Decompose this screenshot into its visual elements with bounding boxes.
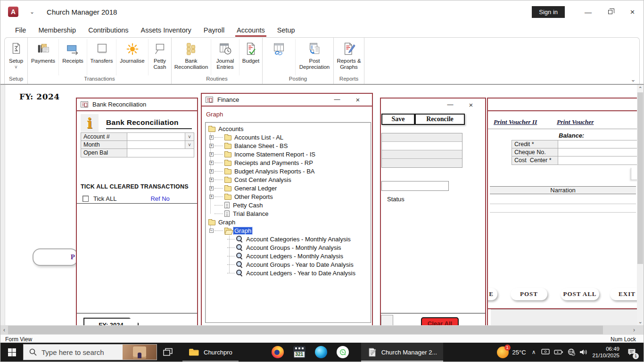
vertical-scrollbar[interactable]: ⌃ ⌄ [637,85,644,325]
sign-in-button[interactable]: Sign in [532,6,565,18]
media-player-taskbar-button[interactable]: 321 [289,343,310,362]
minimize-button[interactable]: — [577,0,599,23]
churchpro-taskbar-button[interactable]: Churchpro [182,343,239,362]
tree-item-trial-balance[interactable]: Trial Balance [207,209,371,218]
tree-item-graph-selected[interactable]: −Graph [207,226,371,235]
detail-row[interactable] [382,133,462,142]
search-box[interactable]: Type here to search [23,344,157,360]
vertical-scroll-thumb[interactable] [637,92,643,264]
tree-item-account-ledgers-monthly[interactable]: Account Ledgers - Monthly Analysis [207,252,371,260]
month-field[interactable]: ˅ [127,141,194,148]
post-all-button[interactable]: POST ALL [561,288,599,300]
partial-p-button[interactable]: P [33,248,78,266]
network-globe-icon[interactable] [568,348,575,356]
ribbon-setup-button[interactable]: Setup ˅ [5,39,27,75]
tab-contributions[interactable]: Contributions [82,23,134,37]
ribbon-post-depreciation-button[interactable]: Post Depreciation [296,39,333,75]
account-number-field[interactable]: ˅ [127,133,194,140]
tray-expand-chevron-icon[interactable]: ∧ [530,349,537,355]
horizontal-scrollbar[interactable]: ‹ › [0,325,638,335]
tab-file[interactable]: File [9,23,32,37]
scroll-left-button[interactable]: ‹ [0,325,8,335]
quick-access-chevron-icon[interactable]: ⌄ [30,8,34,15]
tree-item-account-categories-monthly[interactable]: Account Categories - Monthly Analysis [207,235,371,243]
scroll-down-button[interactable]: ⌄ [637,318,644,325]
combo-arrow-icon[interactable]: ˅ [185,141,194,148]
save-button[interactable]: Save [381,114,415,125]
ref-no-link[interactable]: Ref No [150,195,169,202]
notification-center-button[interactable]: 1 [624,343,640,362]
tree-item-accounts-list[interactable]: +Accounts List - AL [207,133,371,141]
close-button[interactable]: × [347,96,368,104]
reconcile-button[interactable]: Reconcile [415,114,465,125]
tree-item-other-reports[interactable]: +Other Reports [207,192,371,201]
whatsapp-taskbar-button[interactable] [332,343,354,362]
close-button[interactable]: × [621,0,644,23]
finance-titlebar[interactable]: Finance — × [202,94,372,107]
tree-item-receipts-payments[interactable]: +Reciepts and Payments - RP [207,158,371,167]
volume-icon[interactable] [579,349,588,355]
task-view-button[interactable] [157,343,179,362]
tree-item-general-ledger[interactable]: +General Ledger [207,184,371,192]
start-button[interactable] [0,343,23,362]
tree-item-petty-cash[interactable]: Petty Cash [207,201,371,209]
meet-now-icon[interactable] [541,349,550,355]
ribbon-bank-reconciliation-button[interactable]: Bank Reconciliation [172,39,211,75]
detail-row[interactable] [382,159,462,167]
ribbon-budget-button[interactable]: Budget [239,39,262,75]
close-button[interactable]: × [461,101,481,109]
tab-setup[interactable]: Setup [271,23,301,37]
credit-field[interactable] [558,140,638,148]
amount-input[interactable] [381,181,449,191]
print-voucher-link[interactable]: Print Voucher [557,118,594,126]
firefox-taskbar-button[interactable] [267,343,289,362]
ribbon-journalise-button[interactable]: Journalise [116,39,149,75]
voucher-titlebar[interactable] [488,99,638,111]
tab-accounts[interactable]: Accounts [231,23,271,37]
ribbon-collapse-button[interactable]: ⌄ [628,76,638,83]
ribbon-post-petty-cash-button[interactable] [263,39,296,75]
tab-payroll[interactable]: Payroll [198,23,231,37]
tree-item-cost-center-analysis[interactable]: +Cost Center Analysis [207,175,371,184]
restore-button[interactable] [599,0,621,23]
ribbon-payments-button[interactable]: Payments [28,39,59,75]
minimize-button[interactable]: — [327,96,347,104]
ribbon-reports-graphs-button[interactable]: Reports & Graphs [334,39,364,75]
ribbon-petty-cash-button[interactable]: Petty Cash [149,39,171,75]
tree-item-balance-sheet[interactable]: +Balance Sheet - BS [207,141,371,150]
tree-item-accounts[interactable]: Accounts [207,124,371,133]
scroll-up-button[interactable]: ⌃ [637,85,644,92]
tree-item-budget-analysis[interactable]: +Budget Analysis Reports - BA [207,167,371,175]
detail-row[interactable] [382,150,462,159]
clear-all-button[interactable]: Clear All [421,317,459,325]
tab-membership[interactable]: Membership [32,23,82,37]
partial-button-e[interactable]: E [487,288,497,300]
bank-recon-titlebar[interactable]: Bank Reconciliation [77,99,197,111]
post-button[interactable]: POST [511,288,547,300]
ribbon-transfers-button[interactable]: Transfers [87,39,116,75]
ribbon-receipts-button[interactable]: Receipts [59,39,87,75]
minimize-button[interactable]: — [440,101,461,109]
print-voucher-ii-link[interactable]: Print Voucher II [494,118,537,126]
tree-item-graph-root[interactable]: Graph [207,218,371,226]
fy-2024-tab[interactable]: FY: 2024 [83,318,139,325]
battery-icon[interactable] [554,349,563,355]
detail-row[interactable] [382,142,462,150]
tab-assets-inventory[interactable]: Assets Inventory [135,23,198,37]
open-bal-field[interactable] [127,149,194,157]
search-highlight-image[interactable] [123,345,157,360]
ribbon-journal-entries-button[interactable]: Journal Entries [211,39,239,75]
horizontal-scroll-thumb[interactable] [8,326,603,334]
clock[interactable]: 06:49 21/10/2025 [592,346,619,359]
reconcile-detail-titlebar[interactable]: — × [381,99,485,111]
weather-widget[interactable]: 1 25°C [497,346,526,358]
cost-center-field[interactable] [558,156,638,165]
edge-taskbar-button[interactable] [310,343,332,362]
combo-arrow-icon[interactable]: ˅ [185,133,194,140]
tree-item-income-statement[interactable]: +Income Statement Report - IS [207,150,371,158]
exit-button[interactable]: EXIT [610,288,638,300]
cheque-no-field[interactable] [558,148,638,156]
church-manager-taskbar-button[interactable]: Church Manager 2... [361,343,444,362]
tick-all-checkbox[interactable] [83,196,89,202]
tree-item-account-ledgers-ytd[interactable]: Account Ledgers - Year to Date Analysis [207,269,371,277]
